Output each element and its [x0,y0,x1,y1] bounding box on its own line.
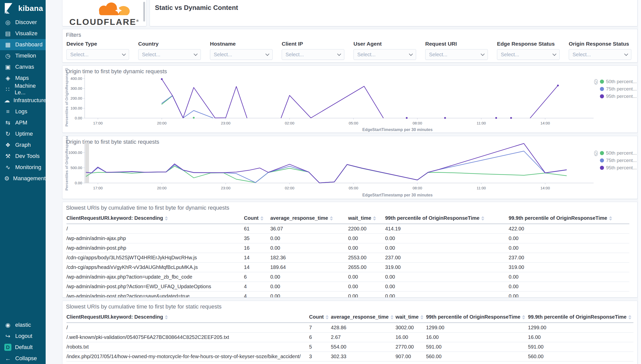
column-header-sortable[interactable]: Count [244,213,270,224]
sidebar-item-logs[interactable]: ≡Logs [0,106,46,117]
table-row: /wp-admin/admin-post.php?Action=EWD_UFAQ… [66,282,629,292]
sidebar-item-dev-tools[interactable]: ⚒Dev Tools [0,151,46,162]
filter-select[interactable]: Select... [66,49,129,60]
filter-request-uri: Request URISelect... [425,41,488,60]
legend-toggle-icon[interactable]: ❯ [594,151,598,156]
arrow-left-icon: ← [4,355,12,362]
svg-text:1000.00: 1000.00 [68,150,82,155]
sidebar-item-management[interactable]: ⚙Management [0,173,46,184]
legend-items: 50th percent...75th percent...95th perce… [600,79,637,101]
line-chart-static: 0.00500.001000.0017:0020:0023:0002:0005:… [62,136,637,199]
column-header-sortable[interactable]: wait_time [348,213,385,224]
legend-item[interactable]: 50th percent... [600,150,637,156]
column-header-sortable[interactable]: 99.9th percentile of OriginResponseTime [509,213,629,224]
sidebar-item-monitoring[interactable]: ∿Monitoring [0,162,46,173]
sidebar-item-canvas[interactable]: ▣Canvas [0,61,46,72]
column-header-sortable[interactable]: wait_time [396,312,426,323]
column-header-sortable[interactable]: 99th percentile of OriginResponseTime [426,312,528,323]
select-placeholder: Select... [214,52,232,58]
sidebar-item-dashboard[interactable]: ▦Dashboard [0,39,46,50]
sort-icon [165,315,168,319]
value-cell: 16 [244,243,270,253]
panel-scrollbar[interactable] [143,2,145,22]
sort-icon [165,216,168,221]
column-header-sortable[interactable]: 99.9th percentile of OriginResponseTime [528,312,633,323]
table-row: /wp-admin/admin-ajax.php350.000.000.000.… [66,234,629,243]
column-header-sortable[interactable]: Count [309,312,331,323]
slowest-uris-dynamic-table: ClientRequestURI.keyword: DescendingCoun… [66,213,629,298]
sort-icon [420,315,423,319]
column-header-sortable[interactable]: average_response_time [331,312,396,323]
sidebar-footer-space-default[interactable]: DDefault [0,342,46,353]
sidebar-item-discover[interactable]: ◎Discover [0,17,46,28]
sidebar-item-label: Logout [15,333,32,339]
legend-toggle-icon[interactable]: ❯ [594,79,598,85]
filter-select[interactable]: Select... [282,49,344,60]
select-placeholder: Select... [357,52,376,58]
value-cell: 302.33 [331,352,396,361]
chart-panel-dynamic-ttfb: Origin time to first byte dynamic reques… [62,65,638,133]
chevron-down-icon [624,52,628,56]
sidebar-item-infrastructure[interactable]: ☁Infrastructure [0,95,46,106]
value-cell: 1299.00 [426,323,528,333]
filter-select[interactable]: Select... [138,49,201,60]
sidebar-footer-collapse[interactable]: ←Collapse [0,353,46,364]
uri-cell: /cdn-cgi/apps/body/3Lh52SjWTQ4HRlErJykHq… [66,253,244,263]
select-placeholder: Select... [429,52,447,58]
column-header-sortable[interactable]: average_response_time [270,213,348,224]
legend-item[interactable]: 95th percent... [600,165,637,171]
select-placeholder: Select... [70,52,88,58]
sidebar-footer-user[interactable]: ◉elastic [0,319,46,331]
sort-icon [326,315,329,319]
filter-select[interactable]: Select... [569,49,631,60]
column-header-sortable[interactable]: ClientRequestURI.keyword: Descending [66,213,244,224]
legend-item[interactable]: 75th percent... [600,86,637,92]
sort-icon [390,315,394,319]
sidebar-item-graph[interactable]: ❖Graph [0,139,46,151]
svg-text:17:00: 17:00 [93,121,103,125]
filter-select[interactable]: Select... [425,49,488,60]
legend-item[interactable]: 75th percent... [600,158,637,163]
sidebar-item-timelion[interactable]: ◷Timelion [0,50,46,61]
uri-cell: /wp-admin/admin-post.php [66,243,244,253]
sidebar-item-label: Logs [15,108,27,115]
filters-panel-title: Filters [62,29,637,39]
filter-label: Hostname [210,41,273,47]
filter-select[interactable]: Select... [353,49,416,60]
sidebar-item-uptime[interactable]: ↻Uptime [0,128,46,139]
value-cell: 237.00 [385,253,509,263]
column-header-label: ClientRequestURI.keyword: Descending [66,314,163,320]
legend-label: 95th percent... [606,94,637,99]
sidebar-item-maps[interactable]: ◈Maps [0,72,46,84]
user-icon: ◉ [4,322,12,329]
svg-text:02:00: 02:00 [285,121,294,125]
sidebar-item-apm[interactable]: ⇆APM [0,117,46,128]
uptime-clock-icon: ↻ [4,131,12,137]
value-cell: 0.00 [348,282,385,292]
column-header-label: 99th percentile of OriginResponseTime [385,215,479,221]
sidebar-item-machine-learning[interactable]: ∷Machine Le... [0,84,46,95]
value-cell: 36.07 [270,224,348,234]
filter-select[interactable]: Select... [210,49,273,60]
cloudflare-wordmark: CLOUDFLARE® [69,17,139,26]
sidebar-item-label: Default [15,344,33,351]
uri-cell: / [66,224,244,234]
legend-item[interactable]: 95th percent... [600,94,637,99]
value-cell: 319.00 [509,263,629,272]
legend-item[interactable]: 50th percent... [600,79,637,84]
column-header-label: 99.9th percentile of OriginResponseTime [509,215,607,221]
window-scrollbar[interactable] [638,0,641,364]
legend-color-dot [600,80,604,84]
filter-select[interactable]: Select... [497,49,560,60]
select-placeholder: Select... [142,52,160,58]
column-header-sortable[interactable]: 99th percentile of OriginResponseTime [385,213,509,224]
select-placeholder: Select... [501,52,519,58]
table-title: Slowest URIs by cumulative time to first… [62,301,637,311]
sidebar-item-label: Management [13,175,46,182]
sidebar-item-visualize[interactable]: ▤Visualize [0,28,46,39]
uri-cell: /wp-admin/admin-post.php?Action=EWD_UFAQ… [66,282,244,292]
sidebar-footer-logout[interactable]: ↪Logout [0,331,46,342]
column-header-sortable[interactable]: ClientRequestURI.keyword: Descending [66,312,309,323]
line-chart-dynamic: 0.00100.00200.00300.00400.0017:0020:0023… [62,66,637,133]
kibana-logo[interactable]: kibana [0,0,46,17]
